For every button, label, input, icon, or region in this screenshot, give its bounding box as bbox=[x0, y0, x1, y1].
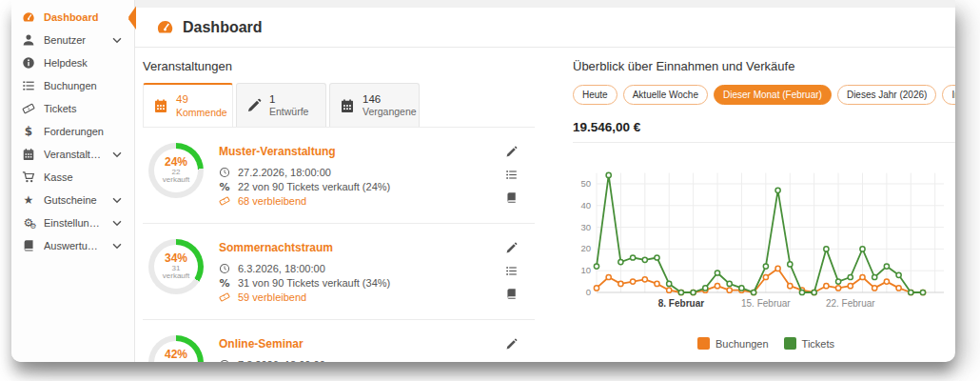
pencil-icon bbox=[246, 98, 262, 113]
event-card: 42% 38 verkauft Online-Seminar 7.3.2026,… bbox=[143, 320, 535, 362]
tab-count: 49 bbox=[176, 92, 227, 106]
page-title: Dashboard bbox=[183, 19, 263, 36]
tab-label: Vergangene bbox=[363, 106, 417, 118]
book-icon bbox=[505, 288, 518, 300]
sidebar: Dashboard Benutzer Helpdesk Buchungen Ti… bbox=[11, 0, 135, 362]
sidebar-item-label: Veranstaltungen bbox=[44, 149, 102, 160]
donut-sold-label: verkauft bbox=[163, 272, 189, 280]
event-card: 24% 22 verkauft Muster-Veranstaltung 27.… bbox=[143, 128, 535, 224]
gauge-icon bbox=[22, 10, 35, 24]
filter-pill[interactable]: Individueller Zeitraum bbox=[942, 85, 955, 105]
sidebar-item-label: Buchungen bbox=[44, 80, 124, 91]
donut-sold-count: 38 bbox=[172, 361, 181, 362]
date-filter-pills: Heute Aktuelle Woche Dieser Monat (Febru… bbox=[573, 85, 955, 105]
event-title-link[interactable]: Muster-Veranstaltung bbox=[219, 145, 493, 158]
list-icon bbox=[505, 361, 518, 362]
svg-text:50: 50 bbox=[580, 178, 591, 189]
clock-icon bbox=[219, 167, 230, 178]
svg-text:22. Februar: 22. Februar bbox=[826, 298, 875, 309]
event-title-link[interactable]: Online-Seminar bbox=[219, 337, 493, 351]
sidebar-item-helpdesk[interactable]: Helpdesk bbox=[11, 51, 134, 74]
star-icon: ★ bbox=[22, 193, 35, 207]
gears-icon: ⚙⚙ bbox=[22, 216, 35, 230]
event-date-row: 6.3.2026, 18:00:00 bbox=[219, 263, 493, 274]
event-date-row: 7.3.2026, 18:00:00 bbox=[219, 359, 493, 362]
svg-text:20: 20 bbox=[580, 243, 591, 253]
event-date-row: 27.2.2026, 18:00:00 bbox=[219, 167, 493, 178]
list-icon bbox=[505, 169, 518, 181]
filter-pill[interactable]: Heute bbox=[573, 85, 617, 105]
filter-pill[interactable]: Dieser Monat (Februar) bbox=[714, 85, 832, 105]
book-icon bbox=[505, 191, 518, 204]
sidebar-item-label: Benutzer bbox=[44, 34, 102, 46]
legend-item: Tickets bbox=[784, 337, 834, 350]
donut-sold-label: verkauft bbox=[163, 176, 189, 184]
svg-text:30: 30 bbox=[580, 222, 591, 232]
pencil-icon bbox=[505, 146, 518, 158]
svg-text:10: 10 bbox=[580, 265, 591, 275]
sidebar-item-label: Kasse bbox=[44, 171, 124, 183]
sold-percentage-donut: 34% 31 verkauft bbox=[148, 239, 204, 294]
sidebar-item-veranstaltungen[interactable]: Veranstaltungen bbox=[11, 143, 134, 166]
percent-icon: % bbox=[219, 181, 230, 192]
edit-event-button[interactable] bbox=[505, 145, 518, 157]
tab-vergangene[interactable]: 146 Vergangene bbox=[329, 83, 420, 127]
percent-icon: % bbox=[219, 277, 230, 289]
sidebar-item-tickets[interactable]: Tickets bbox=[11, 97, 134, 120]
pencil-icon bbox=[505, 242, 518, 254]
calendar-icon bbox=[22, 148, 35, 161]
sidebar-item-gutscheine[interactable]: ★ Gutscheine bbox=[11, 189, 134, 211]
overview-panel-title: Überblick über Einnahmen und Verkäufe bbox=[573, 59, 955, 73]
bookings-list-button[interactable] bbox=[505, 264, 518, 276]
chart-legend: Buchungen Tickets bbox=[573, 337, 955, 350]
sold-percentage-donut: 24% 22 verkauft bbox=[148, 143, 204, 198]
sidebar-item-kasse[interactable]: Kasse bbox=[11, 166, 134, 189]
sidebar-item-dashboard[interactable]: Dashboard bbox=[11, 6, 134, 29]
sidebar-item-einstellungen[interactable]: ⚙⚙ Einstellungen bbox=[11, 211, 134, 234]
sidebar-item-label: Forderungen bbox=[44, 126, 124, 137]
tab-kommende[interactable]: 49 Kommende bbox=[143, 83, 233, 127]
chevron-down-icon bbox=[110, 148, 124, 161]
chevron-down-icon bbox=[110, 216, 124, 230]
legend-item: Buchungen bbox=[697, 337, 769, 350]
clock-icon bbox=[219, 263, 230, 274]
calendar-icon bbox=[153, 98, 168, 113]
svg-text:15. Februar: 15. Februar bbox=[741, 298, 791, 309]
sidebar-item-benutzer[interactable]: Benutzer bbox=[11, 29, 134, 51]
report-button[interactable] bbox=[505, 190, 518, 203]
user-icon bbox=[22, 33, 35, 47]
tab-label: Kommende bbox=[176, 107, 227, 119]
edit-event-button[interactable] bbox=[505, 241, 518, 253]
pencil-icon bbox=[505, 338, 518, 351]
legend-label: Tickets bbox=[802, 338, 834, 350]
bookings-list-button[interactable] bbox=[505, 360, 518, 362]
legend-label: Buchungen bbox=[715, 338, 769, 350]
edit-event-button[interactable] bbox=[505, 337, 518, 350]
collapse-arrow-icon[interactable] bbox=[127, 6, 137, 30]
list-icon bbox=[22, 79, 35, 92]
legend-swatch bbox=[784, 337, 796, 350]
events-panel-title: Veranstaltungen bbox=[143, 59, 535, 73]
app-window: Dashboard Benutzer Helpdesk Buchungen Ti… bbox=[11, 0, 955, 362]
divider bbox=[573, 142, 955, 143]
report-button[interactable] bbox=[505, 287, 518, 299]
sidebar-item-label: Auswertungen bbox=[44, 240, 102, 251]
filter-pill[interactable]: Dieses Jahr (2026) bbox=[837, 85, 936, 105]
event-list: 24% 22 verkauft Muster-Veranstaltung 27.… bbox=[143, 128, 535, 362]
filter-pill[interactable]: Aktuelle Woche bbox=[623, 85, 708, 105]
content: Veranstaltungen 49 Kommende 1 Entwürfe 1… bbox=[135, 48, 955, 362]
event-title-link[interactable]: Sommernachtstraum bbox=[219, 241, 493, 254]
sidebar-item-buchungen[interactable]: Buchungen bbox=[11, 74, 134, 97]
tab-entwürfe[interactable]: 1 Entwürfe bbox=[236, 83, 326, 127]
sidebar-item-auswertungen[interactable]: Auswertungen bbox=[11, 234, 134, 257]
gauge-icon bbox=[156, 18, 174, 36]
book-icon bbox=[22, 239, 35, 252]
tab-count: 1 bbox=[269, 92, 308, 106]
tab-label: Entwürfe bbox=[269, 106, 308, 118]
chevron-down-icon bbox=[110, 33, 124, 47]
bookings-list-button[interactable] bbox=[505, 168, 518, 180]
ticket-icon bbox=[219, 195, 230, 207]
chevron-down-icon bbox=[110, 193, 124, 207]
calendar-icon bbox=[340, 98, 355, 113]
sidebar-item-forderungen[interactable]: $ Forderungen bbox=[11, 120, 134, 143]
